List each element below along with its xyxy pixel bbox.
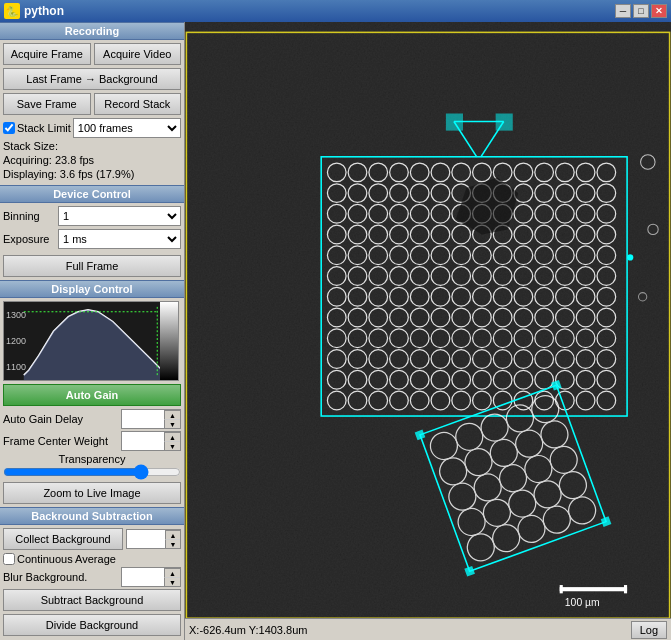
transparency-slider[interactable] [3, 465, 181, 479]
blur-bg-up-arrow[interactable]: ▲ [164, 568, 180, 577]
divide-background-button[interactable]: Divide Background [3, 614, 181, 636]
continuous-avg-checkbox[interactable] [3, 553, 15, 565]
device-control-header: Device Control [0, 185, 184, 203]
displaying-value: 3.6 fps (17.9%) [60, 168, 135, 180]
stack-limit-row: Stack Limit 100 frames [3, 118, 181, 138]
bg-section: Collect Background 3.0 s ▲ ▼ Continuous … [0, 525, 184, 639]
log-button[interactable]: Log [631, 621, 667, 639]
collect-bg-duration-spin[interactable]: 3.0 s ▲ ▼ [126, 529, 181, 549]
histogram-gradient [160, 302, 178, 380]
stack-limit-label: Stack Limit [17, 122, 71, 134]
display-control-header: Display Control [0, 280, 184, 298]
maximize-button[interactable]: □ [633, 4, 649, 18]
exposure-label: Exposure [3, 233, 58, 245]
exposure-row: Exposure 1 ms [3, 229, 181, 249]
histogram-labels: 1300 1200 1100 [6, 302, 26, 380]
blur-bg-input[interactable]: 0.00 [122, 568, 164, 586]
auto-gain-delay-label: Auto Gain Delay [3, 413, 121, 425]
histogram-label-1300: 1300 [6, 310, 26, 320]
binning-select[interactable]: 1 [58, 206, 181, 226]
record-stack-button[interactable]: Record Stack [94, 93, 182, 115]
acquiring-label: Acquiring: [3, 154, 52, 166]
stack-limit-select[interactable]: 100 frames [73, 118, 181, 138]
full-frame-button[interactable]: Full Frame [3, 255, 181, 277]
svg-text:100 µm: 100 µm [565, 597, 600, 608]
frame-center-row: Frame Center Weight 0.00 ▲ ▼ [3, 431, 181, 451]
subtract-background-button[interactable]: Subtract Background [3, 589, 181, 611]
minimize-button[interactable]: ─ [615, 4, 631, 18]
svg-rect-4 [185, 22, 671, 640]
recording-header: Recording [0, 22, 184, 40]
app-icon: 🐍 [4, 3, 20, 19]
histogram-label-1200: 1200 [6, 336, 26, 346]
window-title: python [24, 4, 64, 18]
svg-point-179 [627, 254, 633, 260]
blur-bg-spin[interactable]: 0.00 ▲ ▼ [121, 567, 181, 587]
spin-up-arrow[interactable]: ▲ [164, 410, 180, 419]
last-frame-bg-button[interactable]: Last Frame → Background [3, 68, 181, 90]
collect-bg-duration-input[interactable]: 3.0 s [127, 530, 165, 548]
blur-bg-row: Blur Background. 0.00 ▲ ▼ [3, 567, 181, 587]
status-coords: X:-626.4um Y:1403.8um [189, 624, 307, 636]
collect-bg-row: Collect Background 3.0 s ▲ ▼ [3, 528, 181, 550]
acquire-buttons-row: Acquire Frame Acquire Video [3, 43, 181, 65]
frame-center-label: Frame Center Weight [3, 435, 121, 447]
svg-rect-214 [560, 587, 627, 591]
zoom-to-live-button[interactable]: Zoom to Live Image [3, 482, 181, 504]
histogram-label-1100: 1100 [6, 362, 26, 372]
continuous-avg-row: Continuous Average [3, 553, 181, 565]
frame-center-arrows: ▲ ▼ [164, 432, 180, 450]
frame-center-input[interactable]: 0.00 [122, 432, 164, 450]
collect-bg-down-arrow[interactable]: ▼ [165, 539, 180, 548]
save-record-row: Save Frame Record Stack [3, 93, 181, 115]
svg-rect-216 [624, 585, 627, 593]
blur-bg-label: Blur Background. [3, 571, 121, 583]
svg-rect-215 [560, 585, 563, 593]
blur-bg-arrows: ▲ ▼ [164, 568, 180, 586]
histogram-svg [4, 302, 178, 380]
frame-center-down-arrow[interactable]: ▼ [164, 441, 180, 450]
auto-gain-delay-spin[interactable]: 2.00 ▲ ▼ [121, 409, 181, 429]
acquiring-value: 23.8 fps [55, 154, 94, 166]
frame-center-spin[interactable]: 0.00 ▲ ▼ [121, 431, 181, 451]
acquiring-row: Acquiring: 23.8 fps [3, 154, 181, 166]
stack-limit-checkbox[interactable] [3, 122, 15, 134]
continuous-avg-label: Continuous Average [17, 553, 116, 565]
title-bar-left: 🐍 python [4, 3, 64, 19]
transparency-row: Transparency [3, 453, 181, 479]
exposure-select[interactable]: 1 ms [58, 229, 181, 249]
spin-down-arrow[interactable]: ▼ [164, 419, 180, 428]
main-container: Recording Acquire Frame Acquire Video La… [0, 22, 671, 640]
left-panel: Recording Acquire Frame Acquire Video La… [0, 22, 185, 640]
binning-row: Binning 1 [3, 206, 181, 226]
acquire-frame-button[interactable]: Acquire Frame [3, 43, 91, 65]
close-button[interactable]: ✕ [651, 4, 667, 18]
collect-bg-up-arrow[interactable]: ▲ [165, 530, 180, 539]
auto-gain-delay-row: Auto Gain Delay 2.00 ▲ ▼ [3, 409, 181, 429]
auto-gain-delay-arrows: ▲ ▼ [164, 410, 180, 428]
microscope-image-svg: 100 µm [185, 22, 671, 640]
displaying-row: Displaying: 3.6 fps (17.9%) [3, 168, 181, 180]
histogram: 1300 1200 1100 [3, 301, 179, 381]
recording-section: Acquire Frame Acquire Video Last Frame →… [0, 40, 184, 185]
stack-size-row: Stack Size: [3, 140, 181, 152]
auto-gain-delay-input[interactable]: 2.00 [122, 410, 164, 428]
device-section: Binning 1 Exposure 1 ms Full Frame [0, 203, 184, 280]
collect-background-button[interactable]: Collect Background [3, 528, 123, 550]
stack-size-label: Stack Size: [3, 140, 58, 152]
background-subtraction-header: Backround Subtraction [0, 507, 184, 525]
displaying-label: Displaying: [3, 168, 57, 180]
save-frame-button[interactable]: Save Frame [3, 93, 91, 115]
image-area[interactable]: 100 µm X:-626.4um Y:1403.8um Log [185, 22, 671, 640]
display-section: 1300 1200 1100 Auto Gain Aut [0, 298, 184, 507]
collect-bg-arrows: ▲ ▼ [165, 530, 180, 548]
status-bar: X:-626.4um Y:1403.8um Log [185, 618, 671, 640]
acquire-video-button[interactable]: Acquire Video [94, 43, 182, 65]
frame-center-up-arrow[interactable]: ▲ [164, 432, 180, 441]
binning-label: Binning [3, 210, 58, 222]
auto-gain-button[interactable]: Auto Gain [3, 384, 181, 406]
title-bar-buttons: ─ □ ✕ [615, 4, 667, 18]
title-bar: 🐍 python ─ □ ✕ [0, 0, 671, 22]
blur-bg-down-arrow[interactable]: ▼ [164, 577, 180, 586]
